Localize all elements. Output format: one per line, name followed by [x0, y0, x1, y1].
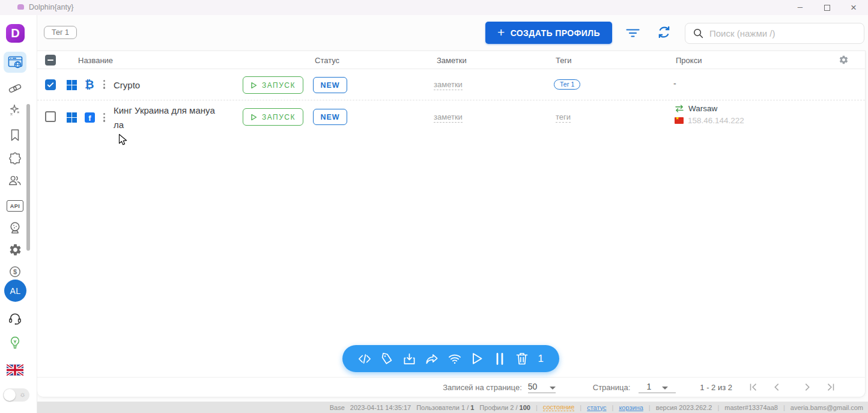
- share-icon: [425, 353, 439, 365]
- delete-action-button[interactable]: [515, 352, 529, 366]
- column-header-proxy[interactable]: Прокси: [676, 56, 702, 65]
- tags-field[interactable]: теги: [556, 112, 571, 123]
- notes-field[interactable]: заметки: [434, 80, 463, 90]
- refresh-button[interactable]: [656, 24, 672, 43]
- user-avatar[interactable]: AL: [4, 280, 26, 302]
- table-row[interactable]: ₿ Crypto ЗАПУСК NEW заметки Тег 1 -: [37, 69, 865, 100]
- maximize-icon: [824, 5, 830, 11]
- download-icon: [403, 352, 416, 366]
- filter-button[interactable]: [625, 28, 640, 41]
- last-page-button[interactable]: [823, 379, 839, 395]
- column-header-status[interactable]: Статус: [315, 56, 339, 65]
- dollar-icon: $: [8, 265, 22, 279]
- pause-action-button[interactable]: [493, 352, 506, 366]
- maximize-button[interactable]: [815, 0, 839, 15]
- code-action-button[interactable]: [358, 352, 371, 366]
- row-checkbox[interactable]: [45, 79, 56, 90]
- headset-icon: [8, 311, 22, 326]
- users-count: Пользователи 1 /: [416, 404, 469, 411]
- profile-name[interactable]: Crypto: [114, 80, 140, 90]
- main-area: Тег 1 + СОЗДАТЬ ПРОФИЛЬ: [37, 15, 868, 413]
- row-menu-button[interactable]: [101, 111, 108, 124]
- row-menu-button[interactable]: [101, 78, 108, 91]
- status-bar: Base 2023-04-11 14:35:17 Пользователи 1 …: [37, 402, 868, 413]
- dolphin-logo[interactable]: D: [6, 24, 25, 43]
- per-page-value: 50: [528, 382, 538, 391]
- status-link[interactable]: статус: [587, 404, 606, 411]
- wifi-action-button[interactable]: [448, 352, 461, 366]
- proxy-swap-icon: [675, 105, 684, 112]
- status-badge[interactable]: NEW: [313, 109, 347, 125]
- theme-toggle[interactable]: ☼: [3, 388, 29, 402]
- column-header-tags[interactable]: Теги: [556, 56, 571, 65]
- sidebar-item-billing[interactable]: $: [8, 265, 22, 279]
- row-checkbox[interactable]: [45, 111, 56, 122]
- code-icon: [358, 353, 371, 365]
- sidebar-item-users[interactable]: [8, 173, 22, 188]
- row-tag-chip[interactable]: Тег 1: [554, 79, 580, 90]
- pagination-nav: [745, 379, 839, 395]
- title-bar: Dolphin{anty} – ×: [0, 0, 868, 15]
- sidebar-item-extensions[interactable]: [8, 151, 22, 166]
- page-label: Страница:: [593, 383, 631, 392]
- per-page-select[interactable]: 50: [528, 382, 556, 393]
- windows-icon: [67, 112, 77, 125]
- tag-action-button[interactable]: [380, 352, 393, 366]
- per-page-label: Записей на странице:: [443, 383, 522, 392]
- sidebar-item-api[interactable]: API: [7, 200, 23, 212]
- sidebar-item-ideas[interactable]: [8, 335, 22, 350]
- notes-field[interactable]: заметки: [434, 112, 463, 123]
- state-link[interactable]: состояние: [543, 403, 575, 411]
- profile-name[interactable]: Кинг Украина для мануала: [114, 103, 220, 132]
- sidebar-item-support[interactable]: [8, 311, 22, 325]
- sidebar-item-profiles[interactable]: [4, 52, 26, 73]
- trash-link[interactable]: корзина: [619, 404, 643, 411]
- account-email: averia.bams@gmail.com: [791, 404, 863, 411]
- lightbulb-icon: [8, 335, 22, 350]
- play-action-button[interactable]: [470, 352, 484, 366]
- sidebar-item-bookmarks[interactable]: [8, 128, 22, 142]
- minimize-button[interactable]: –: [788, 0, 812, 14]
- search-input[interactable]: [709, 28, 848, 38]
- base-datetime: 2023-04-11 14:35:17: [350, 404, 411, 411]
- launch-button[interactable]: ЗАПУСК: [243, 76, 303, 94]
- table-header: Название Статус Заметки Теги Прокси: [37, 51, 865, 69]
- separator: |: [580, 404, 581, 411]
- table-settings-button[interactable]: [839, 55, 849, 67]
- launch-button[interactable]: ЗАПУСК: [243, 108, 303, 126]
- search-box[interactable]: [685, 23, 864, 44]
- column-header-notes[interactable]: Заметки: [437, 56, 467, 65]
- wifi-icon: [448, 353, 461, 365]
- version-label: версия 2023.262.2: [656, 404, 712, 411]
- table-row[interactable]: f Кинг Украина для мануала ЗАПУСК NEW за…: [37, 100, 865, 133]
- range-label: 1 - 2 из 2: [700, 383, 732, 392]
- language-flag-icon[interactable]: [7, 364, 23, 378]
- separator: |: [536, 404, 538, 411]
- launch-label: ЗАПУСК: [262, 81, 296, 90]
- tag-icon: [380, 352, 393, 366]
- close-button[interactable]: ×: [842, 0, 866, 15]
- play-icon: [250, 82, 257, 89]
- download-action-button[interactable]: [403, 352, 416, 366]
- share-action-button[interactable]: [425, 352, 439, 366]
- sidebar-item-settings[interactable]: [8, 242, 22, 257]
- column-header-name[interactable]: Название: [78, 56, 113, 65]
- status-badge[interactable]: NEW: [313, 77, 347, 93]
- next-page-button[interactable]: [800, 379, 815, 395]
- create-profile-button[interactable]: + СОЗДАТЬ ПРОФИЛЬ: [485, 22, 612, 44]
- users-total: 1: [470, 404, 474, 411]
- separator: |: [717, 404, 719, 411]
- bitcoin-icon: ₿: [85, 78, 94, 90]
- page-select[interactable]: 1: [639, 382, 676, 393]
- first-page-button[interactable]: [745, 379, 761, 395]
- sidebar-item-links[interactable]: [8, 81, 22, 96]
- svg-text:$: $: [13, 268, 17, 275]
- sidebar-item-magic[interactable]: [8, 221, 22, 235]
- select-all-checkbox[interactable]: [45, 55, 56, 66]
- sidebar-item-automation[interactable]: [8, 103, 22, 118]
- sparkles-icon: [8, 103, 22, 118]
- sidebar-scrollbar[interactable]: [26, 104, 30, 251]
- tag-filter-chip[interactable]: Тег 1: [44, 26, 77, 39]
- china-flag-icon: ★: [675, 117, 684, 124]
- prev-page-button[interactable]: [769, 379, 785, 395]
